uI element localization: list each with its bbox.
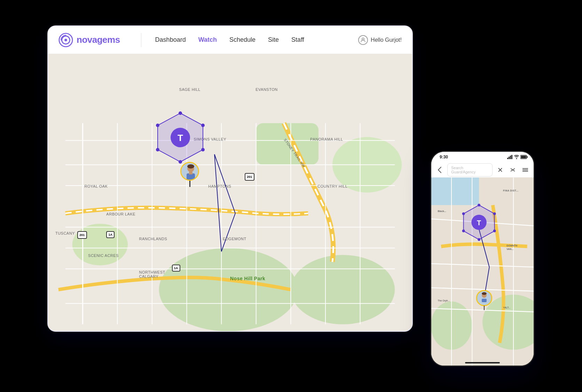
scene: novagems Dashboard Watch Schedule Site S…: [47, 25, 535, 367]
road-shield-1a2: 1A: [172, 265, 180, 272]
svg-rect-55: [482, 299, 487, 302]
guard-avatar: [180, 162, 199, 181]
mobile-filter-button[interactable]: [508, 165, 518, 175]
svg-point-17: [156, 124, 159, 127]
mobile-list-button[interactable]: [520, 165, 530, 175]
user-greeting: Hello Gurjot!: [371, 37, 402, 43]
mobile-device: 9:30: [430, 151, 535, 367]
wifi-icon: [514, 155, 519, 159]
svg-point-3: [362, 38, 364, 40]
svg-point-12: [179, 111, 182, 115]
road-shield-1a: 1A: [106, 231, 115, 238]
road-shield-201: 201: [245, 173, 254, 181]
svg-point-14: [201, 148, 205, 151]
navbar: novagems Dashboard Watch Schedule Site S…: [48, 26, 412, 54]
svg-point-22: [187, 164, 194, 168]
svg-text:The Orph...: The Orph...: [438, 299, 450, 302]
user-avatar-icon: [358, 35, 368, 45]
svg-text:DOWNTN: DOWNTN: [506, 244, 517, 247]
svg-point-46: [493, 229, 496, 232]
mobile-search-bar: Search Guard/Agency: [431, 162, 534, 178]
svg-point-16: [156, 148, 159, 151]
svg-text:VAN...: VAN...: [506, 248, 513, 250]
svg-text:T: T: [178, 133, 183, 143]
marker-tail: [189, 181, 190, 187]
map-svg: [48, 54, 412, 331]
svg-text:T: T: [477, 219, 481, 227]
svg-point-54: [482, 292, 487, 295]
svg-text:YALT...: YALT...: [503, 306, 510, 309]
svg-rect-25: [507, 158, 508, 159]
svg-point-6: [72, 224, 128, 266]
nav-divider: [141, 33, 141, 47]
mobile-back-button[interactable]: [435, 165, 445, 175]
svg-point-49: [462, 212, 465, 215]
guard-marker-desktop: [180, 162, 199, 187]
svg-rect-27: [510, 156, 511, 159]
nav-site[interactable]: Site: [268, 36, 279, 44]
svg-rect-28: [511, 155, 512, 159]
logo-icon: [58, 33, 73, 47]
svg-point-48: [462, 229, 465, 232]
mobile-search-input[interactable]: Search Guard/Agency: [447, 163, 493, 177]
svg-text:Black...: Black...: [438, 210, 446, 212]
mobile-map-svg: T FINA DIST... Black... DOWNTN VAN... Th…: [431, 178, 534, 366]
nav-staff[interactable]: Staff: [291, 36, 304, 44]
svg-point-7: [291, 255, 395, 324]
map-area: SAGE HILL EVANSTON SIMONS VALLEY PANORAM…: [48, 54, 412, 331]
logo-text: novagems: [77, 34, 120, 45]
svg-point-13: [201, 124, 205, 127]
logo-area: novagems: [58, 33, 120, 47]
mobile-map-area: T FINA DIST... Black... DOWNTN VAN... Th…: [431, 178, 534, 366]
svg-point-5: [159, 248, 298, 331]
svg-rect-26: [509, 157, 510, 159]
mobile-time: 9:30: [440, 155, 448, 159]
battery-icon: [520, 155, 528, 159]
nav-links: Dashboard Watch Schedule Site Staff: [155, 36, 344, 44]
svg-text:FINA DIST...: FINA DIST...: [503, 189, 518, 192]
mobile-close-button[interactable]: [495, 165, 505, 175]
svg-point-45: [493, 212, 496, 215]
svg-rect-31: [521, 156, 526, 158]
svg-rect-23: [187, 173, 195, 181]
nav-dashboard[interactable]: Dashboard: [155, 36, 186, 44]
svg-point-2: [64, 39, 67, 41]
nav-user[interactable]: Hello Gurjot!: [358, 35, 402, 45]
desktop-device: novagems Dashboard Watch Schedule Site S…: [47, 25, 413, 332]
mobile-home-bar: [465, 362, 500, 363]
nav-schedule[interactable]: Schedule: [229, 36, 255, 44]
road-shield-201b: 201: [77, 231, 87, 239]
mobile-search-placeholder: Search Guard/Agency: [451, 166, 489, 174]
mobile-status-bar: 9:30: [431, 152, 534, 162]
svg-point-44: [478, 204, 480, 206]
svg-point-47: [478, 238, 480, 241]
svg-rect-24: [189, 172, 192, 174]
svg-rect-30: [527, 156, 528, 158]
signal-icon: [507, 155, 513, 159]
nav-watch[interactable]: Watch: [198, 36, 217, 44]
